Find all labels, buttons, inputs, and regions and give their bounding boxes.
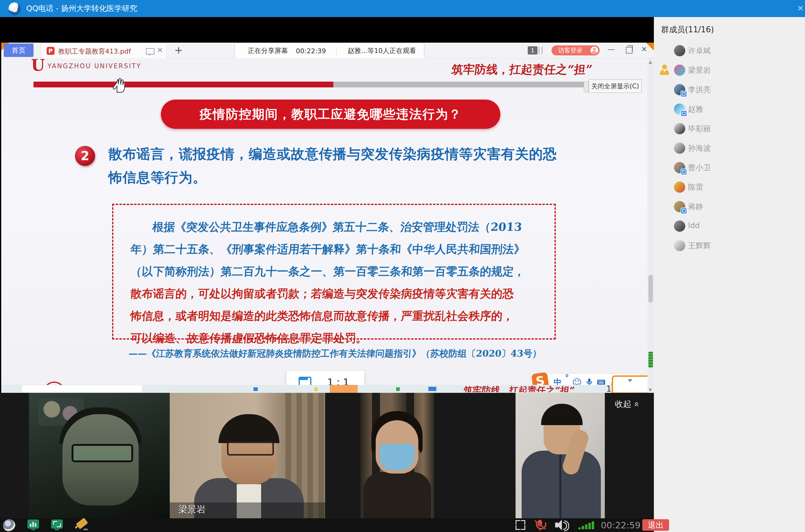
window-restore-icon[interactable] — [626, 47, 633, 54]
member-list: 许卓斌梁景岩李洪亮赵雅毕彩丽孙海波曹小卫陈雷蒋静ldd王辉辉 — [654, 41, 805, 255]
university-logo-partial: U — [31, 56, 45, 74]
camera-lens-icon[interactable] — [3, 519, 15, 531]
member-row[interactable]: 陈雷 — [654, 177, 805, 197]
call-control-bar: 00:22:59 退出 — [0, 518, 654, 532]
quote-line-blue: （以下简称刑法）第二百九十一条之一、第一百零三条和第一百零五条的规定， — [130, 260, 541, 283]
member-name: 王辉辉 — [688, 241, 711, 251]
member-row[interactable]: 蒋静 — [654, 197, 805, 216]
member-row[interactable]: 李洪亮 — [654, 80, 805, 99]
scrollbar-thumb[interactable] — [649, 275, 653, 302]
member-row[interactable]: 王辉辉 — [654, 236, 805, 255]
glasses — [72, 444, 133, 462]
new-tab-button[interactable]: + — [174, 44, 183, 56]
member-name: ldd — [688, 221, 700, 230]
video4-person — [522, 451, 601, 518]
member-row[interactable]: 赵雅 — [654, 99, 805, 119]
member-name: 蒋静 — [688, 202, 703, 212]
send-to-screen-icon[interactable] — [146, 48, 154, 55]
participant-video-3[interactable] — [360, 393, 434, 518]
pc-online-badge-icon — [681, 169, 687, 175]
pc-online-badge-icon — [681, 208, 687, 214]
member-name: 毕彩丽 — [688, 124, 711, 134]
call-title: QQ电话 - 扬州大学转化医学研究 — [26, 0, 137, 17]
share-stats-icon[interactable] — [27, 519, 39, 529]
pc-online-badge-icon — [681, 91, 687, 97]
tab-count-badge[interactable]: 1 — [528, 46, 538, 55]
share-viewers-text: 赵雅...等10人正在观看 — [348, 46, 416, 55]
item-text: 散布谣言，谎报疫情，编造或故意传播与突发传染病疫情等灾害有关的恐怖信息等行为。 — [109, 142, 559, 189]
member-name: 陈雷 — [688, 182, 703, 192]
members-header: 群成员(11/16) — [661, 24, 714, 35]
next-page-calligraphy-fragment: 筑牢防线，扛起责任之“担” — [464, 384, 607, 392]
collapse-video-strip-button[interactable]: 收起 « — [615, 398, 639, 410]
face-mask — [379, 444, 415, 470]
avatar — [674, 221, 685, 232]
exit-call-button[interactable]: 退出 — [642, 519, 669, 531]
participant-name-label: 梁景岩 — [178, 504, 206, 516]
browser-tab-bar: 首页 P 教职工专题教育413.pdf ✕ + 正在分享屏幕 00:22:39 … — [1, 43, 654, 58]
avatar — [674, 240, 685, 251]
taskbar-icon — [428, 387, 436, 391]
red-divider-bar — [34, 82, 333, 88]
chevron-double-down-icon: « — [631, 401, 642, 407]
annotate-marker-icon[interactable] — [76, 519, 89, 531]
qq-logo-icon — [8, 2, 21, 15]
legal-quote-lines: 根据《突发公共卫生事件应急条例》第五十二条、治安管理处罚法（2013年）第二十五… — [130, 216, 541, 349]
avatar — [674, 123, 685, 134]
pdf-tab-label: 教职工专题教育413.pdf — [58, 47, 131, 56]
home-tab-button[interactable]: 首页 — [4, 43, 34, 57]
video3-person — [363, 472, 431, 518]
slide-title-banner: 疫情防控期间，教职工应避免哪些违法行为？ — [161, 99, 500, 129]
scrollbar-marker[interactable] — [649, 352, 653, 367]
hand-cursor — [113, 77, 126, 93]
taskbar-highlight — [330, 385, 358, 393]
member-name: 梁景岩 — [688, 65, 711, 75]
next-page-sliver: 筑牢防线，扛起责任之“担” 19:28 — [1, 385, 649, 393]
scroll-up-icon[interactable]: ▲ — [649, 59, 652, 64]
close-fullscreen-button[interactable]: 关闭全屏显示(C) — [589, 79, 642, 93]
share-screen-icon[interactable] — [51, 519, 63, 529]
member-name: 赵雅 — [688, 104, 703, 114]
collapse-label: 收起 — [615, 399, 631, 408]
avatar — [674, 64, 685, 76]
member-row[interactable]: 毕彩丽 — [654, 119, 805, 138]
fullscreen-bar-handle[interactable] — [584, 81, 589, 92]
member-row[interactable]: ldd — [654, 216, 805, 236]
member-name: 曹小卫 — [688, 163, 711, 173]
member-row[interactable]: 许卓斌 — [654, 41, 805, 60]
guest-login-label: 访客登录 — [558, 46, 583, 54]
item-number-badge: 2 — [75, 146, 95, 166]
window-minimize-icon[interactable]: — — [607, 45, 615, 54]
scroll-down-icon[interactable]: ▼ — [649, 387, 652, 392]
browser-scrollbar[interactable]: ▲ ▼ — [648, 58, 654, 393]
speaking-member-icon — [659, 64, 670, 76]
taskbar-icon — [315, 387, 318, 391]
avatar — [674, 182, 685, 193]
speaker-icon[interactable] — [555, 519, 568, 531]
member-row[interactable]: 曹小卫 — [654, 158, 805, 177]
member-name: 许卓斌 — [688, 46, 711, 56]
member-row[interactable]: 孙海波 — [654, 138, 805, 158]
screen-share-status-bar: 正在分享屏幕 00:22:39 赵雅...等10人正在观看 — [235, 43, 424, 59]
tab-close-icon[interactable]: ✕ — [157, 46, 163, 55]
guest-login-button[interactable]: 访客登录 — [551, 45, 600, 55]
share-timer: 00:22:39 — [296, 47, 326, 55]
close-icon[interactable]: × — [797, 0, 804, 17]
member-row[interactable]: 梁景岩 — [654, 60, 805, 80]
taskbar-icon — [396, 387, 400, 391]
member-name: 孙海波 — [688, 143, 711, 153]
participant-video-2[interactable]: 梁景岩 — [170, 393, 325, 518]
guest-avatar-icon — [591, 46, 598, 54]
participant-video-4[interactable] — [516, 393, 605, 518]
fullscreen-icon[interactable] — [516, 520, 525, 530]
video2-label-bar: 梁景岩 — [170, 502, 325, 518]
mic-muted-icon[interactable] — [534, 519, 546, 531]
window-close-icon[interactable]: ✕ — [641, 45, 647, 54]
pdf-slide: U YANGZHOU UNIVERSITY 筑牢防线，扛起责任之“担” 关闭全屏… — [1, 58, 649, 393]
pdf-tab[interactable]: P 教职工专题教育413.pdf ✕ — [41, 43, 166, 58]
call-duration: 00:22:59 — [601, 520, 640, 531]
quote-line-blue: 年）第二十五条、《刑事案件适用若干解释》第十条和《中华人民共和国刑法》 — [130, 238, 541, 260]
popup-callout — [612, 376, 653, 393]
tab-list-icon — [539, 47, 542, 54]
participant-video-1[interactable] — [29, 393, 170, 518]
